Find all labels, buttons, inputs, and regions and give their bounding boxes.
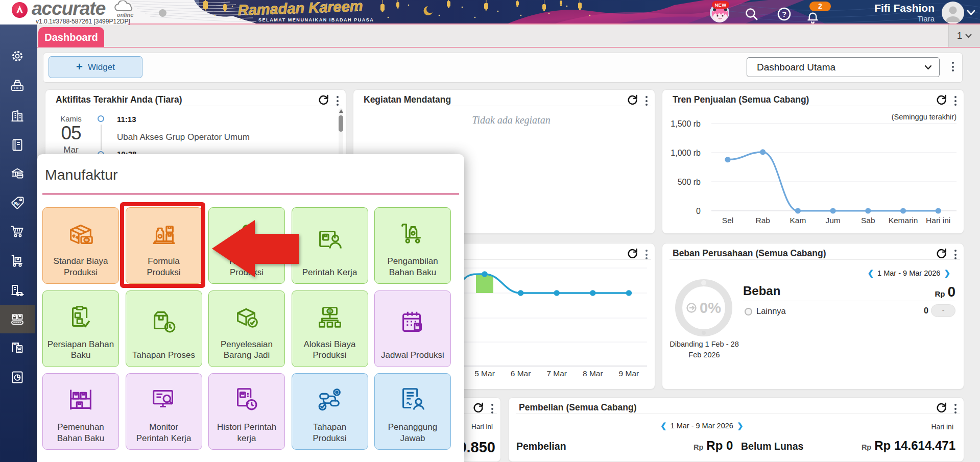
tile-label: Tahapan Proses [132,350,195,366]
tile-alokasi-biaya-produksi[interactable]: RP Alokasi Biaya Produksi [292,290,368,367]
purchases-unpaid-label: Belum Lunas [741,441,803,452]
scrollbar-thumb[interactable] [339,115,343,132]
box-check-icon [231,291,262,339]
sidebar-item-hand-truck[interactable] [0,247,35,275]
refresh-icon[interactable] [472,402,484,414]
notification-bell-icon[interactable] [806,10,820,24]
plus-icon: + [76,62,83,72]
legend-dot [745,308,752,315]
tile-label: Perintah Kerja [302,267,357,283]
tile-perintah-kerja[interactable]: Perintah Kerja [292,207,368,284]
chevron-right-icon[interactable]: ❯ [737,421,744,430]
hand-truck-icon [10,253,25,269]
tab-dashboard[interactable]: Dashboard [38,27,104,47]
refresh-icon[interactable] [936,402,947,414]
tile-monitor-perintah-kerja[interactable]: Monitor Perintah Kerja [126,373,202,450]
sales-summary-period: Hari ini [471,423,493,430]
refresh-icon [627,94,638,106]
svg-text:1,500 rb: 1,500 rb [671,119,701,128]
user-chevron-down-icon[interactable] [967,10,975,16]
user-avatar[interactable] [942,2,964,24]
card-kebab-menu[interactable] [954,250,957,259]
app-root: { "colors": { "brand_pink": "#ee4a72", "… [0,0,980,462]
user-menu[interactable]: Fifi Fashion Tiara [838,0,935,25]
svg-text:7 Mar: 7 Mar [546,369,567,378]
tile-label: Persiapan Bahan Baku [47,339,114,367]
svg-text:1,000 rb: 1,000 rb [671,149,701,157]
manufaktur-modal: Manufaktur RP Standar Biaya Produksi For… [37,154,464,462]
logo-wordmark: accurate [32,0,105,19]
card-sales-trend: Tren Penjualan (Semua Cabang) (Seminggu … [662,89,964,234]
period-navigation[interactable]: ❮ 1 Mar - 9 Mar 2026 ❯ [660,421,743,430]
flow-gear-icon [314,374,346,422]
tile-penanggung-jawab[interactable]: Penanggung Jawab [374,373,451,450]
card-kebab-menu[interactable] [491,404,493,414]
banner-subtitle: SELAMAT MENUNAIKAN IBADAH PUASA [258,17,374,22]
svg-text:Kam: Kam [790,216,806,225]
report-icon [10,370,25,385]
tile-label: Penyelesaian Barang Jadi [221,339,273,367]
svg-text:Jum: Jum [825,216,840,225]
sidebar-item-company[interactable] [0,102,35,130]
amount-value: 0 [947,284,955,300]
accurate-logo-icon[interactable] [12,2,28,18]
tab-count-dropdown[interactable]: 1 [948,25,980,47]
tab-count: 1 [957,30,963,41]
dashboard-select-value: Dashboard Utama [757,62,924,73]
card-kebab-menu[interactable] [646,96,648,106]
toolbar-kebab-menu[interactable] [952,62,954,71]
no-events-text: Tidak ada kegiatan [368,114,655,126]
sidebar-item-cash-register[interactable] [0,71,35,100]
sidebar-item-journal[interactable] [0,131,35,159]
help-icon[interactable]: ? [777,7,791,21]
tab-count-chevron-icon [965,34,972,38]
tile-pengambilan-bahan-baku[interactable]: Pengambilan Bahan Baku [374,207,451,284]
svg-text:0: 0 [696,207,701,215]
search-icon[interactable] [744,7,759,21]
user-name: Fifi Fashion [838,2,935,14]
tile-jadwal-produksi[interactable]: Jadwal Produksi [374,290,451,367]
refresh-icon [936,248,947,259]
refresh-icon[interactable] [627,94,638,106]
tile-standar-biaya-produksi[interactable]: RP Standar Biaya Produksi [42,207,119,284]
tile-penyelesaian-barang-jadi[interactable]: Penyelesaian Barang Jadi [208,290,285,367]
card-kebab-menu[interactable] [337,96,339,106]
svg-text:500 rb: 500 rb [678,178,701,186]
tile-pemenuhan-bahan-baku[interactable]: Pemenuhan Bahan Baku [42,373,119,450]
sidebar-item-report[interactable] [0,363,35,392]
purchases-row-label: Pembelian [516,441,566,452]
tile-tahapan-proses[interactable]: Tahapan Proses [126,290,202,367]
modal-divider [42,193,459,194]
sidebar-item-tax[interactable]: TAX [0,334,35,362]
sidebar-item-price-tag-rp[interactable]: Rp [0,188,35,217]
sidebar-item-bank[interactable] [0,160,35,188]
sidebar-item-settings[interactable] [0,42,35,70]
widget-button-label: Widget [88,62,115,72]
divider [743,301,955,301]
svg-text:9 Mar: 9 Mar [619,369,639,378]
dashboard-select[interactable]: Dashboard Utama [747,57,940,77]
refresh-icon[interactable] [318,94,329,106]
activity-text[interactable]: Ubah Akses Grup Operator Umum [117,132,250,142]
chevron-left-icon[interactable]: ❮ [660,421,667,430]
purchases-paid-amount: RpRp 0 [694,439,733,453]
tile-histori-perintah-kerja[interactable]: Histori Perintah kerja [208,373,285,450]
expenses-donut-chart: 0% [662,274,745,343]
add-widget-button[interactable]: + Widget [49,56,142,78]
chevron-right-icon[interactable]: ❯ [944,269,950,278]
sidebar-item-cart[interactable] [0,217,35,246]
company-name: Tiara [838,14,935,23]
period-navigation[interactable]: ❮ 1 Mar - 9 Mar 2026 ❯ [868,269,950,278]
tile-persiapan-bahan-baku[interactable]: Persiapan Bahan Baku [42,290,119,367]
divider [361,106,651,106]
sidebar-item-conveyor[interactable] [0,305,35,333]
expense-row-value: 0 [924,306,928,315]
chevron-left-icon[interactable]: ❮ [868,269,874,278]
doc-history-icon [231,374,262,422]
refresh-icon[interactable] [936,248,947,259]
card-kebab-menu[interactable] [954,404,957,414]
sidebar-item-assets[interactable] [0,276,35,304]
tile-tahapan-produksi[interactable]: Tahapan Produksi [292,373,368,450]
scrollbar-up-arrow[interactable] [339,109,343,113]
journal-icon [10,137,25,153]
